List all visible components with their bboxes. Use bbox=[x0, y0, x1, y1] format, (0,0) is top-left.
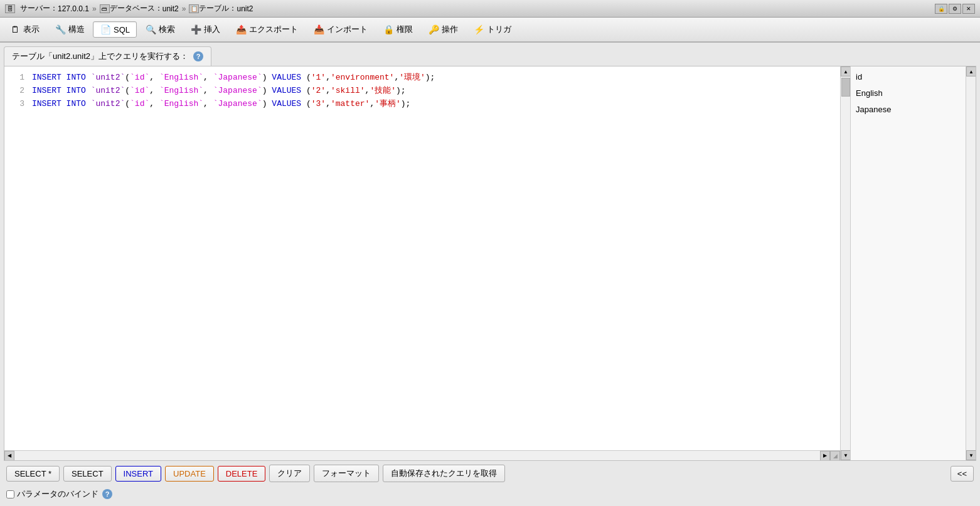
toolbar-icon-search: 🔍 bbox=[145, 24, 156, 34]
code-part: 'matter' bbox=[331, 99, 370, 108]
toolbar-label-triggers: トリガ bbox=[487, 24, 511, 35]
code-part: '1' bbox=[311, 73, 326, 82]
editor-inner: 123 INSERT INTO `unit2`(`id`, `English`,… bbox=[4, 66, 840, 450]
code-part: , bbox=[326, 99, 331, 108]
title-table-label: テーブル： bbox=[199, 3, 237, 14]
column-scrollbar[interactable]: ▲ ▼ bbox=[966, 66, 976, 460]
code-part: `unit2` bbox=[91, 86, 125, 95]
code-part: ( bbox=[301, 99, 311, 108]
col-scroll-up[interactable]: ▲ bbox=[966, 66, 976, 76]
code-part: `id` bbox=[130, 86, 149, 95]
win-lock[interactable]: 🔒 bbox=[935, 4, 947, 14]
col-scroll-track[interactable] bbox=[966, 76, 976, 450]
toolbar-icon-triggers: ⚡ bbox=[473, 24, 484, 34]
toolbar-btn-operations[interactable]: 🔑操作 bbox=[421, 21, 465, 38]
toolbar-btn-sql[interactable]: 📄SQL bbox=[93, 21, 137, 38]
code-part: ); bbox=[401, 99, 411, 108]
col-scroll-down[interactable]: ▼ bbox=[966, 450, 976, 460]
scroll-h-right[interactable]: ▶ bbox=[820, 451, 830, 461]
toolbar-icon-import: 📥 bbox=[313, 24, 324, 34]
sql-btn-delete[interactable]: DELETE bbox=[218, 466, 266, 482]
toolbar-label-display: 表示 bbox=[23, 24, 40, 35]
code-part: `English` bbox=[159, 99, 203, 108]
title-db-label: データベース： bbox=[110, 3, 162, 14]
toolbar-icon-privileges: 🔒 bbox=[383, 24, 394, 34]
code-part: ); bbox=[396, 86, 406, 95]
win-close[interactable]: ✕ bbox=[962, 4, 975, 14]
scroll-h-left[interactable]: ◀ bbox=[4, 451, 14, 461]
code-part: VALUES bbox=[272, 73, 301, 82]
sql-btn-select[interactable]: SELECT bbox=[63, 466, 112, 482]
toolbar-icon-export: 📤 bbox=[235, 24, 247, 34]
editor-scrollbar-h[interactable]: ◀ ▶ ◢ bbox=[4, 450, 840, 460]
sql-btn-select-star[interactable]: SELECT * bbox=[6, 466, 60, 482]
code-part: `unit2` bbox=[91, 73, 125, 82]
column-item-english[interactable]: English bbox=[856, 85, 961, 102]
code-part: `Japanese` bbox=[213, 86, 262, 95]
toolbar-icon-sql: 📄 bbox=[100, 24, 111, 34]
sql-editor[interactable]: 123 INSERT INTO `unit2`(`id`, `English`,… bbox=[4, 66, 840, 460]
code-part: , bbox=[203, 99, 213, 108]
query-header-label: テーブル「unit2.unit2」上でクエリを実行する： bbox=[12, 51, 188, 62]
code-part: INSERT INTO bbox=[32, 99, 91, 108]
code-part: '技能' bbox=[370, 86, 396, 95]
code-part: `Japanese` bbox=[213, 99, 262, 108]
toolbar-icon-display: 🗒 bbox=[9, 24, 21, 34]
toolbar-label-privileges: 権限 bbox=[397, 24, 413, 35]
editor-scrollbar-v[interactable]: ▲ ▼ bbox=[840, 66, 850, 460]
sql-btn-update[interactable]: UPDATE bbox=[165, 466, 214, 482]
collapse-button[interactable]: << bbox=[951, 466, 974, 482]
scroll-v-thumb[interactable] bbox=[841, 78, 850, 97]
toolbar-label-import: インポート bbox=[327, 24, 368, 35]
sql-btn-format[interactable]: フォーマット bbox=[314, 465, 379, 482]
toolbar-btn-display[interactable]: 🗒表示 bbox=[3, 21, 46, 38]
toolbar-label-structure: 構造 bbox=[68, 24, 85, 35]
code-area[interactable]: INSERT INTO `unit2`(`id`, `English`, `Ja… bbox=[29, 71, 840, 445]
code-part: ) bbox=[262, 99, 272, 108]
scroll-v-up[interactable]: ▲ bbox=[841, 66, 851, 76]
code-part: 'skill' bbox=[331, 86, 365, 95]
line-num-3: 3 bbox=[9, 98, 24, 111]
bottom-toolbar: SELECT *SELECTINSERTUPDATEDELETEクリアフォーマッ… bbox=[4, 461, 976, 486]
title-sep2: » bbox=[182, 4, 186, 13]
toolbar-btn-search[interactable]: 🔍検索 bbox=[138, 21, 182, 38]
code-part: , bbox=[149, 73, 159, 82]
line-num-2: 2 bbox=[9, 85, 24, 98]
param-label: パラメータのバインド bbox=[17, 488, 99, 500]
column-item-id[interactable]: id bbox=[856, 69, 961, 85]
sql-btn-clear[interactable]: クリア bbox=[269, 465, 310, 482]
toolbar-btn-insert[interactable]: ➕挿入 bbox=[183, 21, 227, 38]
column-item-japanese[interactable]: Japanese bbox=[856, 102, 961, 118]
query-help-icon[interactable]: ? bbox=[193, 51, 203, 61]
title-table-value: unit2 bbox=[237, 4, 253, 13]
scroll-resize-corner: ◢ bbox=[830, 451, 840, 461]
code-part: , bbox=[203, 86, 213, 95]
title-server-value: 127.0.0.1 bbox=[58, 4, 89, 13]
param-checkbox-wrap: パラメータのバインド bbox=[6, 488, 99, 500]
toolbar-btn-structure[interactable]: 🔧構造 bbox=[48, 21, 92, 38]
title-bar: 🗄 サーバー： 127.0.0.1 » 🗃 データベース： unit2 » 📋 … bbox=[0, 0, 980, 18]
win-settings[interactable]: ⚙ bbox=[949, 4, 961, 14]
window-controls: 🔒 ⚙ ✕ bbox=[935, 4, 975, 14]
title-bar-icons: 🗄 bbox=[5, 4, 15, 13]
editor-container: 123 INSERT INTO `unit2`(`id`, `English`,… bbox=[4, 66, 976, 461]
sql-btn-get-saved[interactable]: 自動保存されたクエリを取得 bbox=[383, 465, 505, 482]
code-part: ); bbox=[425, 73, 435, 82]
toolbar-btn-import[interactable]: 📥インポート bbox=[306, 21, 375, 38]
code-part: INSERT INTO bbox=[32, 86, 91, 95]
toolbar-icon-insert: ➕ bbox=[190, 24, 201, 34]
toolbar-btn-triggers[interactable]: ⚡トリガ bbox=[466, 21, 518, 38]
param-checkbox[interactable] bbox=[6, 490, 14, 498]
line-numbers: 123 bbox=[4, 71, 29, 445]
code-part: , bbox=[326, 86, 331, 95]
code-part: , bbox=[149, 99, 159, 108]
main-content: テーブル「unit2.unit2」上でクエリを実行する： ? 123 INSER… bbox=[0, 43, 980, 506]
scroll-h-track[interactable] bbox=[14, 451, 820, 461]
sql-btn-insert[interactable]: INSERT bbox=[115, 466, 161, 482]
toolbar-btn-export[interactable]: 📤エクスポート bbox=[228, 21, 305, 38]
code-part: VALUES bbox=[272, 86, 301, 95]
scroll-v-track[interactable] bbox=[841, 76, 850, 450]
scroll-v-down[interactable]: ▼ bbox=[841, 450, 851, 460]
param-help-icon[interactable]: ? bbox=[102, 489, 112, 499]
toolbar-btn-privileges[interactable]: 🔒権限 bbox=[376, 21, 420, 38]
